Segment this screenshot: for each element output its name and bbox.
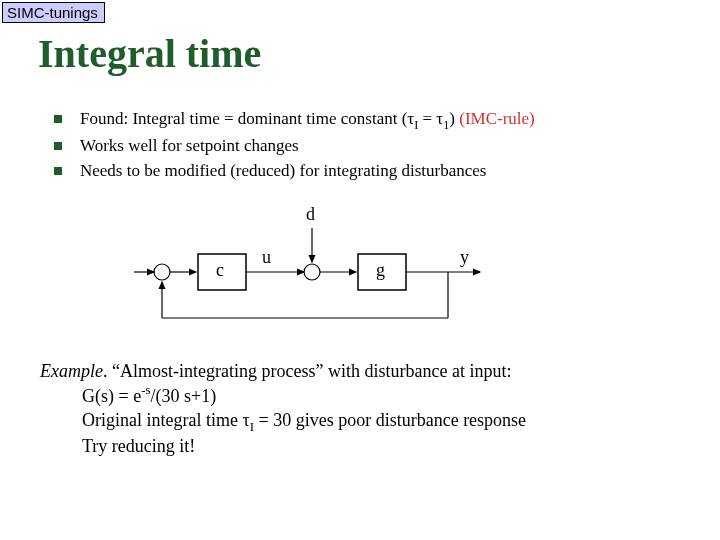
label-y: y [460,247,469,268]
header-tag: SIMC-tunings [2,2,105,23]
bullet-list: Found: Integral time = dominant time con… [54,108,700,185]
svg-point-1 [154,264,170,280]
example-line-3: Original integral time τI = 30 gives poo… [82,409,690,435]
bullet-item: Found: Integral time = dominant time con… [54,108,700,133]
bullet-text: Needs to be modified (reduced) for integ… [80,160,486,183]
example-block: Example. “Almost-integrating process” wi… [40,360,690,459]
bullet-marker-icon [54,142,62,150]
label-c: c [216,260,224,281]
label-d: d [306,204,315,225]
bullet-marker-icon [54,115,62,123]
bullet-item: Works well for setpoint changes [54,135,700,158]
example-line-2: G(s) = e-s/(30 s+1) [82,383,690,408]
label-u: u [262,247,271,268]
svg-point-5 [304,264,320,280]
bullet-text: Works well for setpoint changes [80,135,299,158]
slide-title: Integral time [38,30,261,77]
bullet-marker-icon [54,167,62,175]
bullet-text: Found: Integral time = dominant time con… [80,108,535,133]
example-line-4: Try reducing it! [82,435,690,458]
block-diagram: d u c g y [130,200,510,340]
label-g: g [376,260,385,281]
bullet-item: Needs to be modified (reduced) for integ… [54,160,700,183]
example-line-1: Example. “Almost-integrating process” wi… [40,360,690,383]
diagram-svg [130,200,510,340]
